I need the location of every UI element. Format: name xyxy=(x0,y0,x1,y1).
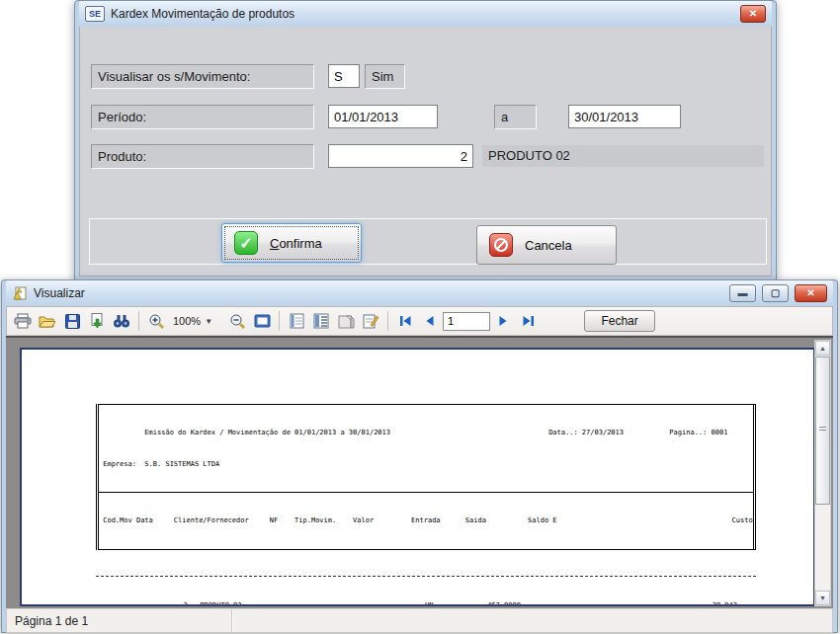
product-code-input[interactable] xyxy=(328,144,473,168)
desktop: SE Kardex Movimentação de produtos ✕ Vis… xyxy=(0,0,840,634)
next-page-icon xyxy=(498,315,508,327)
save-button[interactable] xyxy=(60,309,84,333)
two-pages-icon xyxy=(313,313,329,329)
zoom-out-icon xyxy=(229,313,246,330)
cancel-button-label: Cancela xyxy=(525,238,572,253)
next-page-button[interactable] xyxy=(491,309,515,333)
zoom-level-value: 100% xyxy=(173,315,201,327)
product-label: Produto: xyxy=(91,144,314,169)
maximize-button[interactable]: ▢ xyxy=(762,284,789,302)
report-content: Emissão do Kardex / Movimentação de 01/0… xyxy=(96,383,756,606)
search-button[interactable] xyxy=(110,309,133,333)
button-bar xyxy=(89,218,767,265)
chevron-down-icon: ▼ xyxy=(205,317,212,326)
minimize-button[interactable]: ▬ xyxy=(729,284,756,302)
report-title-line: Emissão do Kardex / Movimentação de 01/0… xyxy=(99,428,753,438)
export-button[interactable] xyxy=(85,309,109,333)
toolbar-separator xyxy=(279,311,280,331)
kardex-dialog: SE Kardex Movimentação de produtos ✕ Vis… xyxy=(74,0,777,280)
viewer-close-button[interactable]: ✕ xyxy=(795,284,827,302)
dialog-titlebar[interactable]: SE Kardex Movimentação de produtos ✕ xyxy=(79,1,772,27)
binoculars-icon xyxy=(113,314,130,328)
no-entry-icon xyxy=(489,233,513,257)
close-icon: ✕ xyxy=(806,288,814,298)
prev-page-button[interactable] xyxy=(418,309,442,333)
close-icon: ✕ xyxy=(749,9,757,19)
movement-label: Visualisar os s/Movimento: xyxy=(91,64,314,89)
last-page-icon xyxy=(522,315,535,327)
scroll-down-button[interactable]: ▼ xyxy=(815,591,830,605)
period-label: Período: xyxy=(91,105,314,129)
period-to-input[interactable] xyxy=(568,105,681,128)
close-viewer-button[interactable]: Fechar xyxy=(584,310,655,332)
report-box-separator xyxy=(99,492,753,493)
export-icon xyxy=(90,313,105,329)
movement-option-label: Sim xyxy=(365,64,405,89)
first-page-icon xyxy=(399,315,412,327)
scrollbar-thumb[interactable] xyxy=(815,357,830,505)
dialog-close-button[interactable]: ✕ xyxy=(740,5,766,23)
status-bar: Página 1 de 1 xyxy=(6,608,833,633)
toolbar-separator xyxy=(138,311,139,331)
period-from-input[interactable] xyxy=(328,105,438,128)
movement-input[interactable] xyxy=(328,64,360,88)
printer-icon xyxy=(14,313,32,329)
product-name-display: PRODUTO 02 xyxy=(482,145,764,167)
preview-area: Emissão do Kardex / Movimentação de 01/0… xyxy=(6,336,833,608)
zoom-in-button[interactable] xyxy=(144,309,168,333)
check-icon: ✓ xyxy=(234,231,258,255)
period-to-label: a xyxy=(494,105,537,129)
page-number-input[interactable] xyxy=(443,312,490,331)
whole-page-button[interactable] xyxy=(250,309,274,333)
toolbar-separator xyxy=(387,311,388,331)
book-preview-button[interactable] xyxy=(334,309,358,333)
open-button[interactable] xyxy=(36,309,59,333)
report-header-box: Emissão do Kardex / Movimentação de 01/0… xyxy=(96,404,756,550)
print-button[interactable] xyxy=(11,309,35,333)
scroll-up-button[interactable]: ▲ xyxy=(815,341,830,356)
zoom-level-dropdown[interactable]: 100% ▼ xyxy=(169,310,216,332)
viewer-icon xyxy=(12,286,28,301)
two-pages-button[interactable] xyxy=(309,309,333,333)
last-page-button[interactable] xyxy=(516,309,540,333)
first-page-button[interactable] xyxy=(393,309,417,333)
viewer-titlebar[interactable]: Visualizar ▬ ▢ ✕ xyxy=(6,280,833,306)
page-status: Página 1 de 1 xyxy=(7,609,232,632)
minimize-icon: ▬ xyxy=(738,288,748,298)
edit-pencil-icon xyxy=(363,313,379,329)
confirm-button[interactable]: ✓ Confirma xyxy=(221,223,362,263)
report-divider xyxy=(96,576,756,577)
book-preview-icon xyxy=(338,314,355,329)
report-columns-line: Cod.Mov Data Cliente/Fornecedor NF Tip.M… xyxy=(99,515,753,526)
save-icon xyxy=(65,314,80,329)
report-group-line: 2 - PRODUTO 02 - UN 467,0000 29,043 xyxy=(96,600,756,607)
page-layout-icon xyxy=(290,313,304,329)
dialog-title: Kardex Movimentação de produtos xyxy=(111,7,734,21)
viewer-toolbar: 100% ▼ Fechar xyxy=(6,306,833,336)
maximize-icon: ▢ xyxy=(771,288,780,298)
zoom-out-button[interactable] xyxy=(225,309,249,333)
dialog-body: Visualisar os s/Movimento: Sim Período: … xyxy=(79,27,772,277)
vertical-scrollbar[interactable]: ▲ ▼ xyxy=(814,340,831,606)
viewer-title: Visualizar xyxy=(34,286,723,300)
app-logo-icon: SE xyxy=(85,6,105,22)
page-layout-button[interactable] xyxy=(285,309,308,333)
edit-button[interactable] xyxy=(359,309,382,333)
arrow-up-icon: ▲ xyxy=(819,345,826,352)
zoom-in-icon xyxy=(148,313,165,330)
report-empresa-line: Empresa: S.B. SISTEMAS LTDA xyxy=(99,459,753,470)
whole-page-icon xyxy=(254,314,271,329)
report-page: Emissão do Kardex / Movimentação de 01/0… xyxy=(20,348,815,606)
arrow-down-icon: ▼ xyxy=(819,594,826,601)
prev-page-icon xyxy=(425,315,435,327)
open-folder-icon xyxy=(39,314,56,329)
viewer-window: Visualizar ▬ ▢ ✕ 100% ▼ xyxy=(1,279,838,633)
cancel-button[interactable]: Cancela xyxy=(476,225,617,265)
confirm-button-label: Confirma xyxy=(270,236,322,251)
